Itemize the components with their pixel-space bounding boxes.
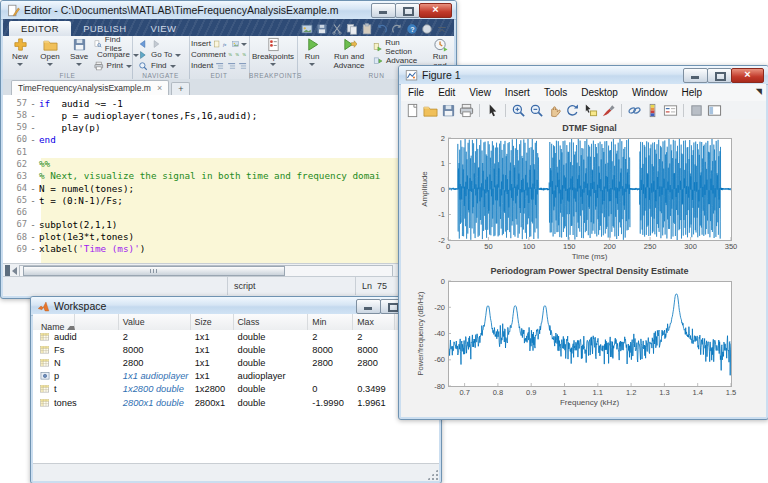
line-number[interactable]: 57: [3, 98, 27, 108]
column-header-size[interactable]: Size: [191, 314, 234, 330]
pan-hand-tool[interactable]: [547, 103, 562, 118]
goto-button[interactable]: Go To: [138, 49, 186, 60]
line-number[interactable]: 61: [3, 147, 27, 157]
dock-figure-icon[interactable]: ◥: [756, 87, 762, 96]
menu-edit[interactable]: Edit: [431, 87, 462, 98]
qa-copy-icon[interactable]: [346, 21, 358, 33]
document-tab[interactable]: TimeFrequencyAnalysisExample.m ×: [11, 80, 169, 95]
menu-desktop[interactable]: Desktop: [574, 87, 625, 98]
code-editor[interactable]: 57-if audid ~= -158- p = audioplayer(ton…: [3, 95, 454, 263]
save-button[interactable]: Save: [65, 37, 93, 73]
qa-redo-icon[interactable]: [391, 21, 403, 33]
code-line-69[interactable]: 69-xlabel('Time (ms)'): [3, 243, 454, 255]
compare-button[interactable]: Compare: [94, 49, 132, 60]
line-number[interactable]: 68: [3, 232, 27, 242]
code-line-63[interactable]: 63% Next, visualize the signal in both t…: [3, 170, 454, 182]
line-number[interactable]: 66: [3, 207, 27, 217]
insert-row[interactable]: Insert fx: [191, 38, 247, 49]
menu-tools[interactable]: Tools: [537, 87, 574, 98]
maximize-button[interactable]: [395, 3, 420, 18]
line-number[interactable]: 69: [3, 244, 27, 254]
scrollbar-thumb[interactable]: [23, 266, 285, 276]
forward-button[interactable]: [151, 39, 161, 49]
line-number[interactable]: 65: [3, 195, 27, 205]
scrollbar-track[interactable]: [19, 265, 393, 277]
line-number[interactable]: 60: [3, 134, 27, 144]
workspace-column-headers[interactable]: NameValueSizeClassMinMaxM: [33, 314, 439, 331]
line-number[interactable]: 64: [3, 183, 27, 193]
insert-legend-tool[interactable]: [663, 103, 678, 118]
brush-tool[interactable]: [601, 103, 616, 118]
code-line-58[interactable]: 58- p = audioplayer(tones,Fs,16,audid);: [3, 109, 454, 121]
zoom-in-tool[interactable]: [511, 103, 526, 118]
tab-view[interactable]: VIEW: [139, 21, 189, 36]
qa-collapse-icon[interactable]: [436, 21, 448, 33]
save-tool[interactable]: [441, 103, 456, 118]
link-plot-tool[interactable]: [627, 103, 642, 118]
code-line-68[interactable]: 68-plot(1e3*t,tones): [3, 231, 454, 243]
breakpoints-button[interactable]: Breakpoints: [251, 37, 295, 73]
code-line-65[interactable]: 65-t = (0:N-1)/Fs;: [3, 194, 454, 206]
column-header-min[interactable]: Min: [308, 314, 353, 330]
column-header-max[interactable]: Max: [353, 314, 395, 330]
tab-editor[interactable]: EDITOR: [9, 21, 71, 36]
qa-save-icon[interactable]: [316, 21, 328, 33]
close-button[interactable]: [731, 68, 764, 83]
zoom-out-tool[interactable]: [529, 103, 544, 118]
edit-cursor-tool[interactable]: [485, 103, 500, 118]
find-files-button[interactable]: Find Files: [94, 38, 132, 49]
close-button[interactable]: [419, 3, 452, 18]
data-cursor-tool[interactable]: [583, 103, 598, 118]
column-header-value[interactable]: Value: [119, 314, 191, 330]
menu-file[interactable]: File: [401, 87, 431, 98]
menu-insert[interactable]: Insert: [498, 87, 537, 98]
variable-row-t[interactable]: t1x2800 double1x2800double00.34990: [33, 383, 439, 396]
qa-paste-icon[interactable]: [361, 21, 373, 33]
menu-help[interactable]: Help: [675, 87, 710, 98]
code-line-64[interactable]: 64-N = numel(tones);: [3, 182, 454, 194]
variable-row-Fs[interactable]: Fs80001x1double800080008: [33, 343, 439, 356]
new-doc-tool[interactable]: [405, 103, 420, 118]
variable-row-audid[interactable]: audid21x1double222: [33, 330, 439, 343]
qa-help-icon[interactable]: ?: [406, 21, 418, 33]
plottools-off-tool[interactable]: [689, 103, 704, 118]
open-folder-tool[interactable]: [423, 103, 438, 118]
line-number[interactable]: 58: [3, 110, 27, 120]
minimize-button[interactable]: [356, 299, 381, 314]
code-line-59[interactable]: 59- play(p): [3, 121, 454, 133]
open-button[interactable]: Open: [36, 37, 64, 73]
run-section-button[interactable]: Run Section: [373, 41, 425, 52]
menu-window[interactable]: Window: [625, 87, 675, 98]
qa-cut-icon[interactable]: [331, 21, 343, 33]
qa-undo-icon[interactable]: [376, 21, 388, 33]
splitter-handle[interactable]: [5, 265, 10, 276]
column-header-name[interactable]: Name: [33, 314, 119, 330]
editor-titlebar[interactable]: Editor - C:\Documents\MATLAB\TimeFrequen…: [1, 1, 456, 20]
variable-row-p[interactable]: p1x1 audioplayer1x1audioplayer: [33, 370, 439, 383]
menu-view[interactable]: View: [462, 87, 498, 98]
code-line-61[interactable]: 61: [3, 146, 454, 158]
scroll-left-icon[interactable]: [12, 267, 17, 275]
column-header-class[interactable]: Class: [234, 314, 309, 330]
code-line-66[interactable]: 66: [3, 206, 454, 218]
variable-row-tones[interactable]: tones2800x1 double2800x1double-1.99901.9…: [33, 396, 439, 409]
figure-titlebar[interactable]: Figure 1: [399, 66, 768, 85]
indent-row[interactable]: Indent: [191, 60, 247, 71]
run-button[interactable]: Run: [299, 37, 325, 73]
code-line-62[interactable]: 62%%: [3, 158, 454, 170]
close-tab-icon[interactable]: ×: [157, 83, 162, 93]
plottools-on-tool[interactable]: [707, 103, 722, 118]
rotate-3d-tool[interactable]: [565, 103, 580, 118]
minimize-button[interactable]: [683, 68, 708, 83]
code-line-67[interactable]: 67-subplot(2,1,1): [3, 218, 454, 230]
line-number[interactable]: 63: [3, 171, 27, 181]
minimize-button[interactable]: [371, 3, 396, 18]
maximize-button[interactable]: [707, 68, 732, 83]
qa-image-icon[interactable]: [301, 21, 313, 33]
line-number[interactable]: 62: [3, 159, 27, 169]
new-button[interactable]: New: [6, 37, 34, 73]
code-line-57[interactable]: 57-if audid ~= -1: [3, 97, 454, 109]
comment-row[interactable]: Comment % % %: [191, 49, 247, 60]
code-line-60[interactable]: 60-end: [3, 133, 454, 145]
qa-circle-icon[interactable]: [421, 21, 433, 33]
